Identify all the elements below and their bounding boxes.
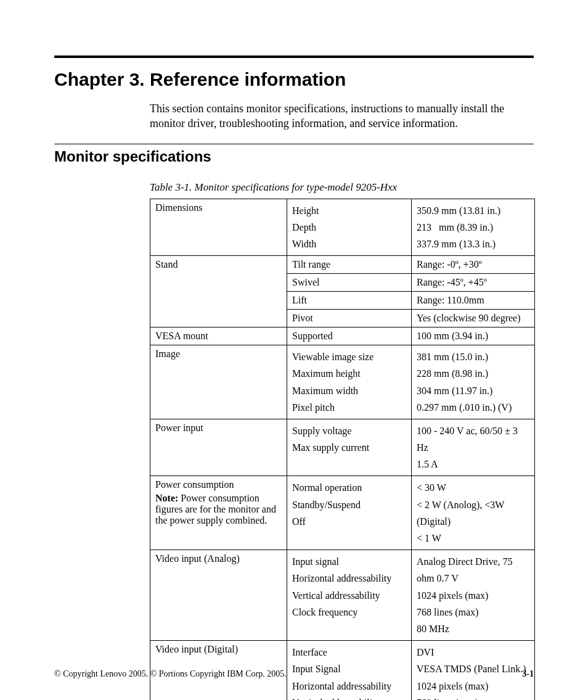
top-rule — [54, 56, 534, 58]
spec-value: Range: 110.0mm — [412, 292, 535, 310]
spec-val-line: 1024 pixels (max) — [417, 678, 529, 694]
spec-val-line: < 2 W (Anolog), <3W (Digital) — [417, 496, 529, 530]
spec-val-line: DVI — [417, 644, 529, 661]
specifications-table: Dimensions Height Depth Width 350.9 mm (… — [150, 199, 535, 700]
spec-category: Image — [150, 345, 287, 419]
spec-prop-line: Width — [292, 236, 406, 252]
spec-prop-line: Maximum height — [292, 365, 406, 382]
table-row: Stand Tilt range Range: -0º, +30º — [150, 256, 535, 274]
spec-value: 381 mm (15.0 in.) 228 mm (8.98 in.) 304 … — [412, 345, 535, 419]
table-row: Power consumption Note: Power consumptio… — [150, 476, 535, 550]
page-number: 3-1 — [522, 669, 534, 679]
spec-property: Supply voltage Max supply current — [287, 419, 412, 476]
spec-category: Dimensions — [150, 199, 287, 256]
spec-prop-line: Normal operation — [292, 479, 406, 496]
spec-prop-line: Input signal — [292, 553, 406, 570]
spec-val-line: Analog Direct Drive, 75 ohm 0.7 V — [417, 553, 529, 587]
table-caption: Table 3-1. Monitor specifications for ty… — [150, 181, 534, 194]
chapter-title: Chapter 3. Reference information — [54, 69, 534, 90]
section-title: Monitor specifications — [54, 148, 534, 165]
spec-prop-line: Horizontal addressability — [292, 678, 406, 694]
page-footer: © Copyright Lenovo 2005. © Portions Copy… — [54, 669, 534, 679]
spec-value: Range: -0º, +30º — [412, 256, 535, 274]
spec-value: Yes (clockwise 90 degree) — [412, 310, 535, 327]
spec-prop-line: Vertical addressability — [292, 694, 406, 700]
spec-prop-line: Pixel pitch — [292, 399, 406, 416]
spec-value: 350.9 mm (13.81 in.) 213 mm (8.39 in.) 3… — [412, 199, 535, 256]
table-row: Image Viewable image size Maximum height… — [150, 345, 535, 419]
spec-prop-line: Maximum width — [292, 382, 406, 399]
spec-prop-line: Viewable image size — [292, 348, 406, 365]
document-page: Chapter 3. Reference information This se… — [0, 0, 588, 700]
spec-val-line: 768 lines (max) — [417, 604, 529, 620]
spec-property: Normal operation Standby/Suspend Off — [287, 476, 412, 550]
spec-category: Stand — [150, 256, 287, 327]
spec-property: Viewable image size Maximum height Maxim… — [287, 345, 412, 419]
table-row: Power input Supply voltage Max supply cu… — [150, 419, 535, 476]
spec-category-label: Power consumption — [155, 479, 282, 490]
copyright-text: © Copyright Lenovo 2005. © Portions Copy… — [54, 669, 287, 679]
spec-property: Swivel — [287, 274, 412, 292]
spec-val-line: 1024 pixels (max) — [417, 587, 529, 604]
spec-category: Power input — [150, 419, 287, 476]
spec-val-line: 304 mm (11.97 in.) — [417, 382, 529, 399]
spec-prop-line: Standby/Suspend — [292, 496, 406, 513]
spec-val-line: 381 mm (15.0 in.) — [417, 348, 529, 365]
spec-val-line: 768 lines (max) — [417, 694, 529, 700]
spec-val-line: 228 mm (8.98 in.) — [417, 365, 529, 382]
table-row: Dimensions Height Depth Width 350.9 mm (… — [150, 199, 535, 256]
table-row: VESA mount Supported 100 mm (3.94 in.) — [150, 327, 535, 345]
spec-value: Range: -45º, +45º — [412, 274, 535, 292]
spec-category: Power consumption Note: Power consumptio… — [150, 476, 287, 550]
spec-property: Lift — [287, 292, 412, 310]
spec-val-line: 0.297 mm (.010 in.) (V) — [417, 399, 529, 416]
intro-paragraph: This section contains monitor specificat… — [150, 101, 534, 131]
spec-note: Note: Power consumption figures are for … — [155, 493, 282, 526]
table-row: Video input (Analog) Input signal Horizo… — [150, 550, 535, 641]
spec-prop-line: Supply voltage — [292, 422, 406, 439]
spec-property: Pivot — [287, 310, 412, 327]
spec-value: < 30 W < 2 W (Anolog), <3W (Digital) < 1… — [412, 476, 535, 550]
spec-prop-line: Clock frequency — [292, 604, 406, 620]
spec-val-line: 100 - 240 V ac, 60/50 ± 3 Hz — [417, 422, 529, 456]
spec-val-line: 213 mm (8.39 in.) — [417, 219, 529, 236]
spec-property: Supported — [287, 327, 412, 345]
spec-prop-line: Interface — [292, 644, 406, 661]
spec-prop-line: Vertical addressability — [292, 587, 406, 604]
spec-value: 100 mm (3.94 in.) — [412, 327, 535, 345]
spec-val-line: < 30 W — [417, 479, 529, 496]
spec-val-line: 80 MHz — [417, 620, 529, 637]
spec-prop-line: Height — [292, 202, 406, 219]
spec-category: VESA mount — [150, 327, 287, 345]
spec-val-line: < 1 W — [417, 530, 529, 546]
spec-prop-line: Horizontal addressability — [292, 570, 406, 587]
spec-val-line: 337.9 mm (13.3 in.) — [417, 236, 529, 252]
spec-category: Video input (Analog) — [150, 550, 287, 641]
spec-property: Tilt range — [287, 256, 412, 274]
spec-val-line: 1.5 A — [417, 456, 529, 472]
spec-val-line: 350.9 mm (13.81 in.) — [417, 202, 529, 219]
spec-prop-line: Depth — [292, 219, 406, 236]
spec-property: Height Depth Width — [287, 199, 412, 256]
note-label: Note: — [155, 493, 178, 503]
section-rule — [54, 144, 534, 144]
spec-value: Analog Direct Drive, 75 ohm 0.7 V 1024 p… — [412, 550, 535, 641]
spec-prop-line: Max supply current — [292, 439, 406, 456]
spec-property: Input signal Horizontal addressability V… — [287, 550, 412, 641]
spec-prop-line: Off — [292, 513, 406, 530]
spec-value: 100 - 240 V ac, 60/50 ± 3 Hz 1.5 A — [412, 419, 535, 476]
